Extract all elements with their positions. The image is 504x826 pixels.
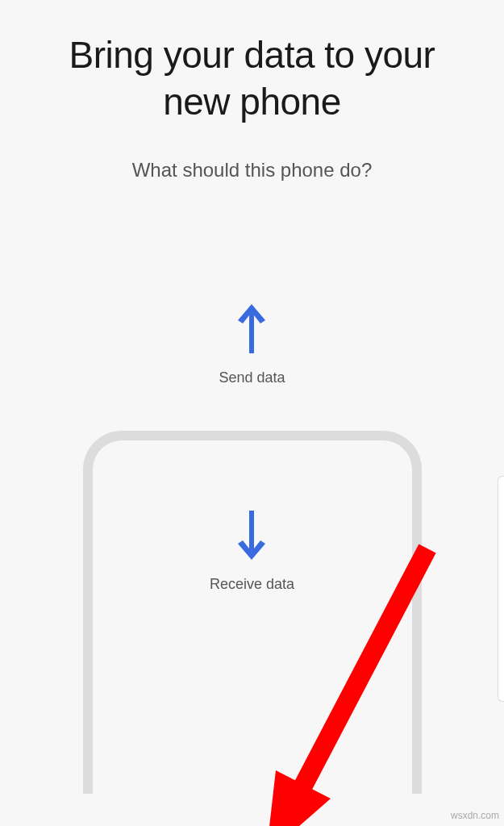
page-title: Bring your data to your new phone <box>0 32 504 125</box>
smart-switch-screen: Bring your data to your new phone What s… <box>0 0 504 826</box>
options-area: Send data Receive data <box>0 302 504 794</box>
arrow-down-icon <box>231 509 272 561</box>
receive-data-button[interactable]: Receive data <box>210 509 294 593</box>
arrow-up-icon <box>231 302 272 355</box>
send-data-button[interactable]: Send data <box>219 302 285 386</box>
send-data-label: Send data <box>219 369 285 386</box>
page-subtitle: What should this phone do? <box>0 159 504 181</box>
side-panel-hint <box>498 476 504 702</box>
watermark: wsxdn.com <box>451 810 499 821</box>
receive-data-label: Receive data <box>210 576 294 593</box>
phone-outline: Receive data <box>83 431 422 794</box>
